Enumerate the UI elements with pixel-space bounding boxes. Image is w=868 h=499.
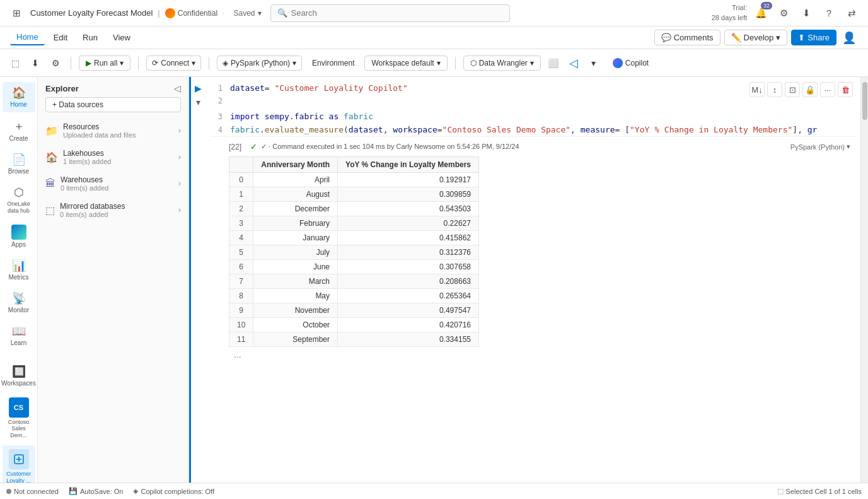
cell-tool-lock[interactable]: 🔒	[802, 82, 818, 97]
share-label: Share	[807, 33, 830, 42]
workspace-label: Workspace default	[371, 59, 434, 68]
table-cell-value: 0.265364	[338, 289, 479, 303]
cell-type-icon[interactable]: ⬚	[8, 56, 23, 71]
menu-tab-view[interactable]: View	[107, 30, 137, 45]
menu-tab-edit[interactable]: Edit	[47, 30, 74, 45]
pyspark-button[interactable]: ◈ PySpark (Python) ▾	[217, 56, 302, 71]
workspaces-nav-icon: 🔲	[12, 365, 26, 379]
download-icon[interactable]: ⬇	[797, 4, 815, 22]
workspace-button[interactable]: Workspace default ▾	[364, 56, 447, 71]
nav-item-metrics[interactable]: 📊 Metrics	[3, 255, 35, 285]
table-header-month: Anniversary Month	[253, 157, 338, 173]
nav-item-customer-loyalty[interactable]: CustomerLoyalty ...	[3, 445, 35, 483]
code-text-1: dataset= "Customer Loyality Copilot"	[230, 82, 408, 95]
table-cell-idx: 0	[229, 173, 253, 187]
more-options-dots[interactable]: ...	[229, 347, 850, 362]
nav-item-onelake[interactable]: ⬡ OneLakedata hub	[3, 182, 35, 218]
explorer-item-mirrored[interactable]: ⬚ Mirrored databases 0 item(s) added ›	[38, 197, 188, 223]
explorer-item-resources-left: 📁 Resources Uploaded data and files	[45, 122, 136, 139]
settings-icon[interactable]: ⚙	[775, 4, 792, 22]
cell-tool-more[interactable]: ···	[820, 82, 835, 97]
vscode-icon[interactable]: ◁	[566, 56, 581, 71]
scrollbar-thumb[interactable]	[862, 82, 867, 120]
explorer-item-warehouses[interactable]: 🏛 Warehouses 0 item(s) added ›	[38, 170, 188, 197]
share-icon: ⬆	[798, 33, 805, 42]
search-bar[interactable]: 🔍	[270, 4, 510, 22]
nav-item-create[interactable]: ＋ Create	[3, 115, 35, 146]
table-cell-value: 0.334155	[338, 332, 479, 347]
nav-item-home[interactable]: 🏠 Home	[3, 82, 35, 112]
onelake-nav-icon: ⬡	[14, 185, 24, 199]
nav-item-apps[interactable]: Apps	[3, 221, 35, 252]
user-icon[interactable]: 👤	[840, 29, 858, 47]
metrics-nav-icon: 📊	[12, 259, 26, 273]
nav-item-workspaces[interactable]: 🔲 Workspaces	[3, 361, 35, 391]
data-wrangler-button[interactable]: ⬡ Data Wrangler ▾	[463, 56, 541, 71]
copilot-button[interactable]: Copilot	[606, 56, 655, 71]
nav-item-learn[interactable]: 📖 Learn	[3, 320, 35, 351]
develop-button[interactable]: ✏️ Develop ▾	[724, 30, 788, 45]
cell-tool-md[interactable]: M↓	[749, 82, 765, 97]
app-title: Customer Loyalty Forecast Model	[30, 8, 153, 18]
vscode-menu-icon[interactable]: ▾	[586, 56, 601, 71]
connect-label: Connect	[161, 59, 189, 68]
customer-loyalty-nav-icon	[9, 449, 29, 469]
table-header-yoy: YoY % Change in Loyalty Members	[338, 157, 479, 173]
learn-nav-label: Learn	[11, 339, 27, 347]
table-cell-value: 0.543503	[338, 202, 479, 216]
menu-tab-home[interactable]: Home	[10, 30, 45, 45]
explorer-item-lakehouses[interactable]: 🏠 Lakehouses 1 item(s) added ›	[38, 144, 188, 170]
run-all-label: Run all	[94, 59, 117, 68]
explorer-header: Explorer ◁	[38, 77, 188, 97]
cell-settings-icon[interactable]: ⚙	[48, 56, 63, 71]
run-cell-down-button[interactable]: ▾	[195, 96, 202, 109]
menu-tab-run[interactable]: Run	[76, 30, 104, 45]
warehouses-item-sub: 0 item(s) added	[61, 184, 108, 192]
cell-tool-expand[interactable]: ↕	[767, 82, 782, 97]
run-all-button[interactable]: ▶ Run all ▾	[79, 56, 130, 71]
help-icon[interactable]: ?	[820, 4, 838, 22]
environment-button[interactable]: Environment	[307, 56, 359, 70]
monitor-nav-label: Monitor	[8, 307, 29, 314]
share-button[interactable]: ⬆ Share	[791, 30, 836, 45]
notif-count: 32	[761, 2, 772, 9]
nav-item-browse[interactable]: 📄 Browse	[3, 149, 35, 179]
explorer-item-resources[interactable]: 📁 Resources Uploaded data and files ›	[38, 117, 188, 144]
feedback-icon[interactable]: ⇄	[843, 4, 860, 22]
comments-button[interactable]: 💬 Comments	[654, 30, 720, 45]
pyspark-badge-label: PySpark (Python)	[790, 143, 845, 151]
notifications-icon[interactable]: 🔔 32	[752, 4, 770, 22]
table-row: 8 May 0.265364	[229, 289, 479, 303]
toolbar-divider-2	[138, 57, 139, 69]
table-cell-month: February	[253, 216, 338, 231]
run-cell-button[interactable]: ▶	[194, 82, 203, 95]
nav-item-contoso[interactable]: CS ContosoSales Dem...	[3, 394, 35, 443]
explorer-item-mirrored-info: Mirrored databases 0 item(s) added	[60, 202, 125, 218]
add-data-sources-button[interactable]: + Data sources	[45, 97, 181, 112]
notebook-view-icon[interactable]: ⬜	[546, 56, 561, 71]
run-all-play-icon: ▶	[86, 59, 91, 68]
apps-nav-icon	[11, 225, 26, 240]
right-scrollbar[interactable]	[860, 77, 868, 483]
table-cell-idx: 9	[229, 303, 253, 318]
status-not-connected: Not connected	[6, 488, 59, 495]
cell-tool-delete[interactable]: 🗑	[838, 82, 853, 97]
waffle-menu-icon[interactable]: ⊞	[8, 4, 25, 22]
cell-tool-copy[interactable]: ⊡	[785, 82, 800, 97]
copy-icon: ⊡	[789, 85, 796, 95]
table-cell-idx: 10	[229, 318, 253, 332]
explorer-collapse-button[interactable]: ◁	[174, 83, 181, 93]
code-line-4: 4 fabric.evaluate_measure(dataset, works…	[210, 124, 818, 137]
apps-nav-label: Apps	[11, 241, 26, 249]
nav-item-monitor[interactable]: 📡 Monitor	[3, 288, 35, 318]
table-cell-month: November	[253, 303, 338, 318]
contoso-nav-icon: CS	[9, 397, 29, 418]
data-table-wrapper: Anniversary Month YoY % Change in Loyalt…	[229, 156, 850, 347]
run-all-chevron: ▾	[120, 59, 124, 68]
move-down-icon[interactable]: ⬇	[28, 56, 43, 71]
saved-button[interactable]: Saved ▾	[229, 8, 265, 19]
separator: |	[158, 8, 159, 18]
search-input[interactable]	[291, 8, 503, 18]
connect-button[interactable]: ⟳ Connect ▾	[146, 56, 201, 71]
separator2: ·	[223, 9, 224, 18]
